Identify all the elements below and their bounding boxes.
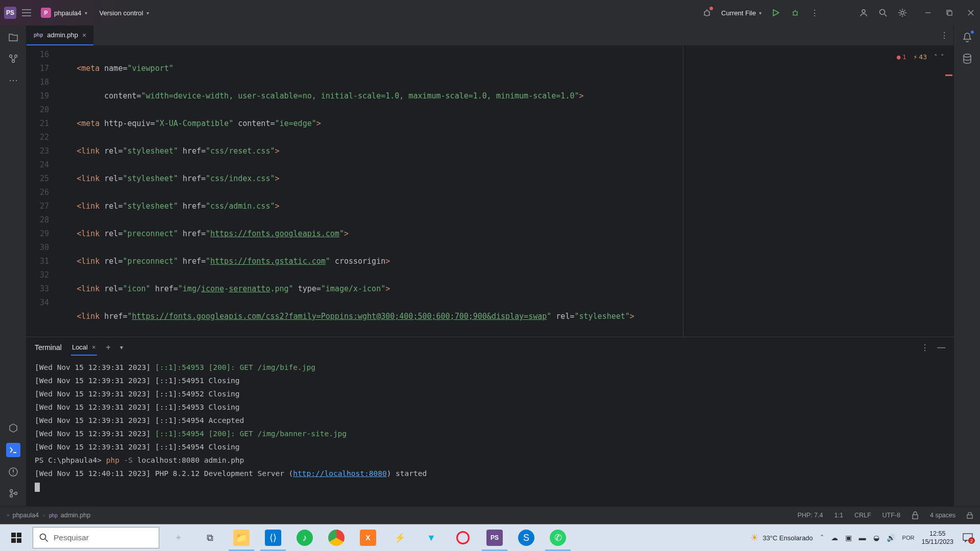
terminal-output[interactable]: [Wed Nov 15 12:39:31 2023] [::1]:54953 [… bbox=[27, 358, 953, 506]
taskbar-app-cortana[interactable]: ✦ bbox=[162, 524, 194, 551]
chevron-down-icon: ▾ bbox=[759, 10, 762, 16]
breadcrumb-file[interactable]: phpadmin.php bbox=[49, 512, 90, 519]
editor-area: php admin.php × ⋮ ● 1 ⚡43 ˄˅ 16171819202… bbox=[27, 26, 953, 506]
taskbar-app-taskview[interactable]: ⧉ bbox=[194, 524, 226, 551]
taskbar-apps: ✦ ⧉ 📁 ⟨⟩ ♪ X ⚡ ▼ PS S ✆ bbox=[162, 524, 574, 551]
weather-widget[interactable]: ☀ 33°C Ensolarado bbox=[750, 532, 813, 543]
breadcrumb-separator: › bbox=[43, 512, 45, 519]
terminal-add-icon[interactable]: + bbox=[106, 343, 111, 352]
tray-language-icon[interactable]: POR bbox=[902, 535, 915, 541]
project-selector[interactable]: P phpaula4 ▾ bbox=[37, 6, 91, 20]
structure-tool-icon[interactable] bbox=[7, 52, 20, 65]
readonly-toggle-icon[interactable] bbox=[912, 511, 919, 519]
taskbar-app-xampp[interactable]: X bbox=[352, 524, 384, 551]
system-tray: ☀ 33°C Ensolarado ˄ ☁ ▣ ▬ ◒ 🔊 POR 12:55 … bbox=[745, 524, 980, 551]
search-icon bbox=[39, 533, 48, 542]
terminal-options-icon[interactable]: ⋮ bbox=[921, 343, 929, 353]
taskbar-app-skype[interactable]: S bbox=[510, 524, 542, 551]
project-name: phpaula4 bbox=[54, 9, 82, 17]
taskbar-app-spotify[interactable]: ♪ bbox=[289, 524, 321, 551]
settings-gear-icon[interactable] bbox=[897, 8, 908, 18]
taskbar-app-lightning[interactable]: ⚡ bbox=[384, 524, 415, 551]
tray-volume-icon[interactable]: 🔊 bbox=[887, 534, 895, 542]
terminal-tab-close-icon[interactable]: × bbox=[92, 343, 96, 351]
tab-options-icon[interactable]: ⋮ bbox=[940, 31, 948, 40]
minimize-icon[interactable] bbox=[923, 8, 933, 18]
lock-icon[interactable] bbox=[967, 512, 973, 519]
status-line-ending[interactable]: CRLF bbox=[854, 512, 871, 519]
tray-wifi-icon[interactable]: ◒ bbox=[873, 534, 879, 542]
editor-tab[interactable]: php admin.php × bbox=[27, 26, 93, 45]
titlebar: PS P phpaula4 ▾ Version control ▾ Curren… bbox=[0, 0, 980, 26]
run-configuration-selector[interactable]: Current File ▾ bbox=[721, 9, 762, 17]
terminal-dropdown-icon[interactable]: ▾ bbox=[120, 344, 123, 351]
maximize-icon[interactable] bbox=[944, 8, 954, 18]
svg-point-2 bbox=[862, 10, 865, 13]
breadcrumb-project[interactable]: ▫phpaula4 bbox=[7, 512, 39, 519]
terminal-title: Terminal bbox=[35, 343, 62, 352]
svg-point-11 bbox=[10, 490, 12, 492]
status-encoding[interactable]: UTF-8 bbox=[883, 512, 900, 519]
warning-indicator[interactable]: ⚡43 bbox=[914, 50, 927, 64]
version-control-menu[interactable]: Version control ▾ bbox=[95, 7, 153, 19]
svg-point-0 bbox=[704, 11, 709, 16]
taskbar-app-phpstorm[interactable]: PS bbox=[479, 524, 510, 551]
project-tool-icon[interactable] bbox=[7, 31, 20, 44]
tab-filename: admin.php bbox=[47, 31, 78, 39]
next-highlight-icon[interactable]: ˅ bbox=[941, 50, 944, 64]
database-tool-icon[interactable] bbox=[961, 52, 974, 65]
close-icon[interactable] bbox=[966, 8, 976, 18]
terminal-header: Terminal Local × + ▾ ⋮ — bbox=[27, 337, 953, 358]
run-icon[interactable] bbox=[771, 8, 781, 18]
svg-point-1 bbox=[793, 11, 797, 15]
tab-close-icon[interactable]: × bbox=[82, 31, 86, 39]
tray-meet-icon[interactable]: ▣ bbox=[845, 534, 852, 542]
taskbar-app-shield[interactable]: ▼ bbox=[415, 524, 447, 551]
taskbar-app-chrome[interactable] bbox=[321, 524, 352, 551]
ide-app-icon[interactable]: PS bbox=[4, 7, 16, 19]
action-center-icon[interactable] bbox=[961, 531, 975, 545]
terminal-minimize-icon[interactable]: — bbox=[937, 343, 945, 353]
start-button[interactable] bbox=[0, 524, 33, 551]
error-indicator[interactable]: ● 1 bbox=[897, 50, 906, 64]
svg-point-3 bbox=[880, 10, 885, 15]
hamburger-menu-icon[interactable] bbox=[20, 7, 33, 19]
status-php-version[interactable]: PHP: 7.4 bbox=[797, 512, 823, 519]
chevron-down-icon: ▾ bbox=[85, 10, 87, 16]
status-indent[interactable]: 4 spaces bbox=[930, 512, 955, 519]
inspection-widget[interactable]: ● 1 ⚡43 ˄˅ bbox=[897, 50, 944, 64]
debug-icon[interactable] bbox=[790, 8, 800, 18]
debug-bug-icon[interactable] bbox=[702, 8, 712, 18]
taskbar-app-whatsapp[interactable]: ✆ bbox=[542, 524, 574, 551]
problems-tool-icon[interactable] bbox=[7, 465, 20, 479]
windows-taskbar: Pesquisar ✦ ⧉ 📁 ⟨⟩ ♪ X ⚡ ▼ PS S ✆ ☀ 33°C… bbox=[0, 524, 980, 551]
more-icon[interactable]: ⋮ bbox=[810, 8, 820, 18]
code-text[interactable]: <meta name="viewport" content="width=dev… bbox=[58, 46, 953, 337]
notifications-icon[interactable] bbox=[961, 31, 974, 44]
svg-rect-15 bbox=[913, 515, 918, 519]
prev-highlight-icon[interactable]: ˄ bbox=[934, 50, 938, 64]
status-bar: ▫phpaula4 › phpadmin.php PHP: 7.4 1:1 CR… bbox=[0, 506, 980, 524]
code-with-me-icon[interactable] bbox=[859, 8, 869, 18]
services-tool-icon[interactable] bbox=[7, 421, 20, 435]
taskbar-clock[interactable]: 12:55 15/11/2023 bbox=[921, 530, 953, 546]
taskbar-app-opera[interactable] bbox=[447, 524, 479, 551]
more-tools-icon[interactable]: ⋯ bbox=[7, 73, 20, 87]
right-tool-rail bbox=[953, 26, 980, 506]
taskbar-app-explorer[interactable]: 📁 bbox=[226, 524, 257, 551]
svg-rect-18 bbox=[963, 534, 972, 540]
terminal-tool-icon[interactable] bbox=[6, 443, 20, 457]
vcs-tool-icon[interactable] bbox=[7, 487, 20, 500]
terminal-tab[interactable]: Local × bbox=[71, 340, 97, 356]
taskbar-app-vscode[interactable]: ⟨⟩ bbox=[257, 524, 289, 551]
code-editor[interactable]: ● 1 ⚡43 ˄˅ 16171819202122232425262728293… bbox=[27, 46, 953, 337]
tray-battery-icon[interactable]: ▬ bbox=[859, 534, 866, 542]
status-caret-position[interactable]: 1:1 bbox=[835, 512, 843, 519]
tray-onedrive-icon[interactable]: ☁ bbox=[831, 534, 838, 542]
search-icon[interactable] bbox=[878, 8, 888, 18]
tray-chevron-icon[interactable]: ˄ bbox=[820, 534, 824, 542]
svg-point-7 bbox=[9, 55, 12, 58]
chevron-down-icon: ▾ bbox=[146, 10, 149, 16]
taskbar-search[interactable]: Pesquisar bbox=[33, 527, 159, 548]
svg-point-4 bbox=[901, 11, 904, 14]
